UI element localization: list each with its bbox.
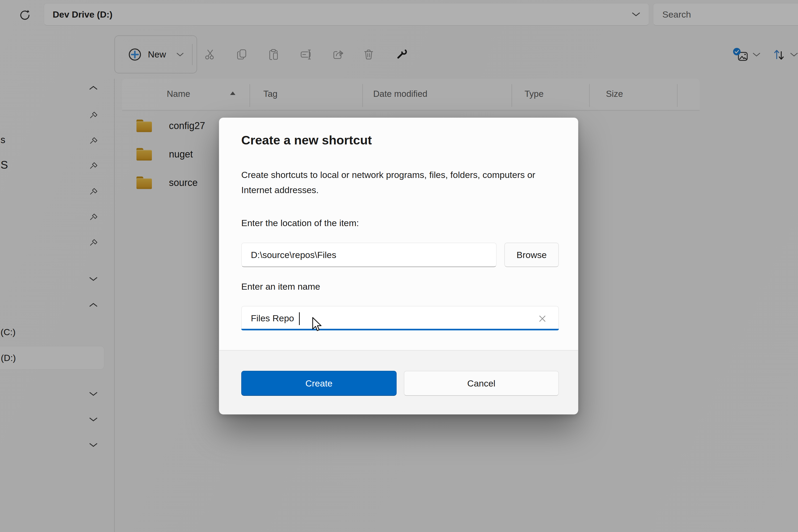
item-name-input-value: Files Repo: [251, 313, 294, 323]
dialog-description: Create shortcuts to local or network pro…: [241, 167, 550, 198]
location-input[interactable]: D:\source\repos\Files: [241, 243, 497, 267]
create-button[interactable]: Create: [241, 371, 397, 396]
dialog-title: Create a new shortcut: [241, 133, 372, 147]
clear-input-x-icon[interactable]: [537, 314, 547, 323]
mouse-cursor-arrow: [312, 317, 323, 333]
create-shortcut-dialog: Create a new shortcut Create shortcuts t…: [219, 118, 578, 414]
cancel-button-label: Cancel: [467, 378, 496, 388]
cancel-button[interactable]: Cancel: [404, 371, 559, 396]
browse-button-label: Browse: [517, 250, 547, 260]
location-input-value: D:\source\repos\Files: [251, 250, 336, 260]
item-name-label: Enter an item name: [241, 281, 320, 292]
browse-button[interactable]: Browse: [504, 243, 559, 267]
create-button-label: Create: [305, 378, 332, 388]
item-name-input[interactable]: Files Repo: [241, 306, 559, 330]
text-caret: [299, 312, 300, 325]
file-explorer-window: Dev Drive (D:) New: [0, 0, 798, 532]
location-label: Enter the location of the item:: [241, 218, 359, 228]
